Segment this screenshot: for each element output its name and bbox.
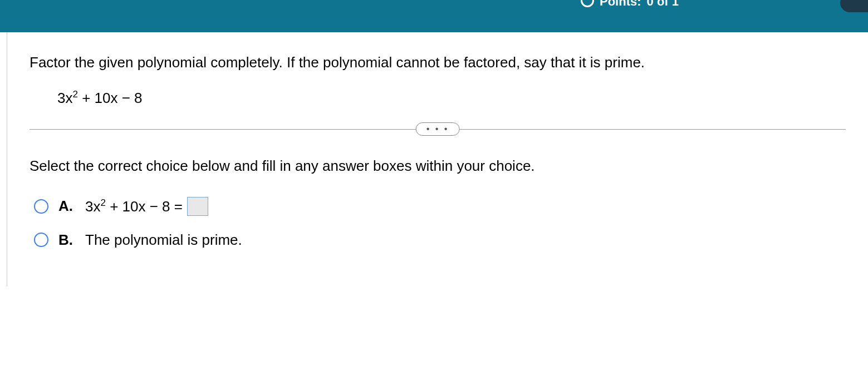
header-pill-icon[interactable] [840, 0, 868, 12]
poly-exponent: 2 [72, 89, 77, 100]
choice-b-content: The polynomial is prime. [85, 231, 242, 249]
answer-input-a[interactable] [187, 197, 208, 216]
choice-a-content: 3x2 + 10x − 8 = [85, 197, 208, 216]
choice-a-rest: + 10x − 8 = [106, 198, 183, 214]
choice-a-row: A. 3x2 + 10x − 8 = [30, 197, 846, 216]
points-status-icon [581, 0, 594, 7]
instruction-text: Select the correct choice below and fill… [30, 157, 846, 175]
points-container: Points: 0 of 1 [581, 0, 679, 9]
ellipsis-button[interactable]: • • • [416, 122, 460, 136]
header-bar: Points: 0 of 1 [0, 0, 868, 32]
points-value: 0 of 1 [647, 0, 679, 9]
polynomial-expression: 3x2 + 10x − 8 [57, 89, 846, 107]
radio-b[interactable] [34, 233, 48, 247]
choice-b-label: B. [58, 231, 75, 249]
divider: • • • [30, 129, 846, 130]
question-prompt: Factor the given polynomial completely. … [30, 52, 846, 73]
poly-base: 3x [57, 90, 72, 106]
content-area: Factor the given polynomial completely. … [7, 32, 868, 287]
choice-a-base: 3x [85, 198, 100, 214]
choice-b-row: B. The polynomial is prime. [30, 231, 846, 249]
radio-a[interactable] [34, 199, 48, 214]
points-label: Points: [600, 0, 641, 9]
choice-a-label: A. [58, 198, 75, 215]
poly-rest: + 10x − 8 [78, 90, 143, 106]
choice-a-exponent: 2 [100, 198, 105, 208]
